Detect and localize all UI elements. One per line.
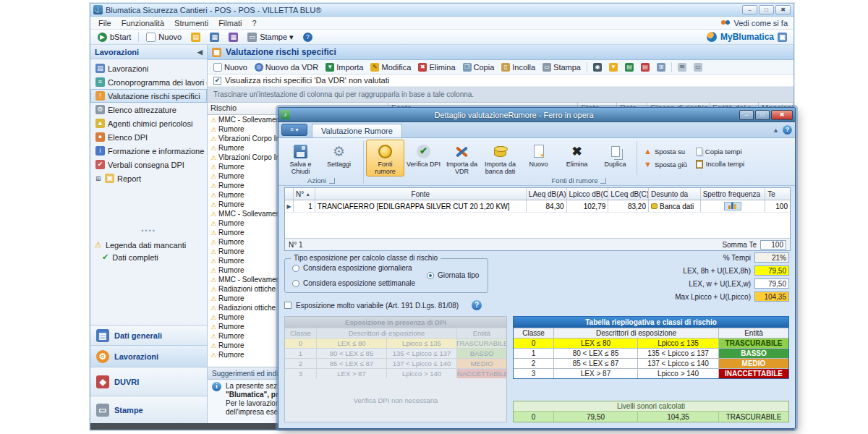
layout-button[interactable]: ⊞ xyxy=(654,62,668,72)
nuovo-button[interactable]: Nuovo xyxy=(142,32,185,43)
fonti-rumore-button[interactable]: Fonti rumore xyxy=(366,140,404,176)
dialog-nuovo-button[interactable]: Nuovo xyxy=(519,140,558,176)
grid-importa-button[interactable]: ▼Importa xyxy=(323,62,366,72)
filter-checkbox-row: ✔ Visualizza rischi specifici 'Da VDR' n… xyxy=(208,75,793,87)
brand-extra-icon[interactable]: ▣ xyxy=(778,33,787,42)
somma-te-value: 100 xyxy=(760,240,786,250)
ribbon-app-button[interactable]: ≡ ▾ xyxy=(281,124,307,136)
group-dialog-launcher-icon[interactable] xyxy=(600,178,606,184)
export-pdf-button[interactable]: ▤ xyxy=(638,62,652,72)
tab-valutazione-rumore[interactable]: Valutazione Rumore xyxy=(312,124,402,137)
nav-lavorazioni[interactable]: ⚙ Lavorazioni xyxy=(90,345,207,367)
importa-banca-dati-button[interactable]: Importa da banca dati xyxy=(481,140,519,176)
duplica-button[interactable]: Duplica xyxy=(596,140,634,176)
print-grid-button[interactable]: ▭ xyxy=(691,62,705,72)
save-button[interactable]: ▦ xyxy=(206,32,223,43)
open-folder-icon: ▤ xyxy=(191,33,200,42)
title-bar[interactable]: ⚓ Blumatica Sicurezza Cantieri - POS - P… xyxy=(90,4,793,17)
grid-copia-button[interactable]: ❐Copia xyxy=(460,62,498,72)
splitter-handle[interactable]: •••• xyxy=(90,227,207,234)
group-dialog-launcher-icon[interactable] xyxy=(329,178,335,184)
sidebar-item-report[interactable]: ⊞ ▣ Report xyxy=(90,171,207,185)
col-fonte[interactable]: Fonte xyxy=(315,188,527,200)
grid-elimina-button[interactable]: ✖Elimina xyxy=(415,62,458,72)
col-te[interactable]: Te xyxy=(765,188,790,200)
menu-funzionalita[interactable]: Funzionalità xyxy=(116,18,169,28)
separator xyxy=(587,62,587,72)
col-desunto[interactable]: Desunto da xyxy=(649,188,701,200)
sidebar-item-lavorazioni[interactable]: ▤ Lavorazioni xyxy=(90,61,207,75)
radio-esposizione-giornaliera[interactable]: Considera esposizione giornaliera xyxy=(292,264,412,272)
nav-dati-generali[interactable]: ▤ Dati generali xyxy=(90,325,207,345)
risk-label: Rumore xyxy=(218,182,244,190)
dialog-title-bar[interactable]: ♪ Dettaglio valutazioneRumore - Ferro in… xyxy=(278,108,795,122)
source-row[interactable]: ▶ 1 TRANCIAFERRO [EDILGRAPPA SILVER CUT … xyxy=(285,200,790,213)
importa-da-vdr-button[interactable]: Importa da VDR xyxy=(443,140,481,176)
col-laeq[interactable]: LAeq dB(A) xyxy=(527,188,567,200)
sidebar-item-agenti-chimici[interactable]: ▲ Agenti chimici pericolosi xyxy=(90,116,207,130)
menu-strumenti[interactable]: Strumenti xyxy=(169,18,213,28)
people-icon xyxy=(720,20,731,27)
dialog-maximize-button[interactable]: □ xyxy=(755,110,770,120)
sposta-su-button[interactable]: ▲ Sposta su xyxy=(641,146,690,156)
grid-icon: ▤ xyxy=(95,64,105,73)
sposta-giu-button[interactable]: ▼ Sposta giù xyxy=(641,159,690,169)
spectrum-cell[interactable] xyxy=(701,200,766,212)
col-lpicco[interactable]: Lpicco dB(C) xyxy=(567,188,609,200)
grid-stampa-button[interactable]: ▭Stampa xyxy=(540,62,584,72)
nav-duvri[interactable]: ◆ DUVRI xyxy=(90,367,207,396)
bstart-button[interactable]: ▶ bStart xyxy=(94,32,135,43)
save-all-button[interactable]: ▦ xyxy=(225,32,242,43)
menu-file[interactable]: File xyxy=(93,18,116,28)
sidebar-item-cronoprogramma[interactable]: ≡ Cronoprogramma dei lavori (Gantt) xyxy=(90,75,207,89)
sidebar-item-formazione[interactable]: i Formazione e informazione xyxy=(90,144,207,158)
col-n[interactable]: N°▲ xyxy=(294,188,315,200)
radio-esposizione-settimanale[interactable]: Considera esposizione settimanale xyxy=(292,279,415,287)
col-spettro[interactable]: Spettro frequenza xyxy=(701,188,766,200)
maximize-button[interactable]: □ xyxy=(759,5,774,14)
collapse-sidebar-icon[interactable]: ◀ xyxy=(197,48,203,56)
incolla-tempi-button[interactable]: Incolla tempi xyxy=(693,159,747,169)
spectrum-chart-icon[interactable] xyxy=(724,202,741,210)
sidebar-item-verbali-dpi[interactable]: ✔ Verbali consegna DPI xyxy=(90,158,207,171)
minimize-button[interactable]: – xyxy=(742,5,757,14)
variable-help-icon[interactable]: ? xyxy=(472,300,482,310)
radio-selected-icon xyxy=(427,272,434,279)
salva-e-chiudi-button[interactable]: Salva e Chiudi xyxy=(281,140,320,176)
radio-giornata-tipo[interactable]: Giornata tipo xyxy=(427,271,479,279)
myblumatica-brand[interactable]: MyBlumatica ▣ xyxy=(707,32,790,42)
expander-icon[interactable]: ⊞ xyxy=(95,175,102,182)
ribbon-collapse-icon[interactable]: ▲ xyxy=(773,127,779,134)
verifica-dpi-button[interactable]: ✔ Verifica DPI xyxy=(404,140,443,176)
dialog-help-icon[interactable]: ? xyxy=(783,125,792,135)
vdr-checkbox[interactable]: ✔ xyxy=(213,77,221,85)
group-by-panel[interactable]: Trascinare un'intestazione di colonna qu… xyxy=(208,87,793,103)
variable-exposure-checkbox[interactable] xyxy=(284,302,292,309)
menu-filmati[interactable]: Filmati xyxy=(213,18,247,28)
email-button[interactable]: ✉ xyxy=(675,62,689,72)
help-button[interactable]: ? xyxy=(299,32,316,43)
vedi-come-si-fa[interactable]: Vedi come si fa xyxy=(720,19,791,27)
stampe-button[interactable]: ▭ Stampe ▾ xyxy=(244,32,297,43)
export-excel-button[interactable]: ▤ xyxy=(622,62,637,72)
close-button[interactable]: ✖ xyxy=(775,5,791,14)
dialog-elimina-button[interactable]: ✖ Elimina xyxy=(558,140,596,176)
grid-modifica-button[interactable]: ✎Modifica xyxy=(367,62,414,72)
dialog-minimize-button[interactable]: – xyxy=(739,110,754,120)
sidebar-item-valutazione-rischi[interactable]: ! Valutazione rischi specifici xyxy=(90,89,207,103)
sidebar-item-elenco-dpi[interactable]: ● Elenco DPI xyxy=(90,130,207,144)
settaggi-button[interactable]: ⚙ Settaggi xyxy=(320,140,358,176)
menu-help[interactable]: ? xyxy=(247,18,262,28)
edit-icon: ✎ xyxy=(370,63,379,72)
copia-tempi-button[interactable]: Copia tempi xyxy=(693,147,747,156)
col-lceq[interactable]: LCeq dB(C) xyxy=(608,188,649,200)
find-button[interactable]: ◉ xyxy=(590,62,605,72)
nav-stampe[interactable]: ▭ Stampe xyxy=(90,396,207,423)
grid-nuovo-button[interactable]: Nuovo xyxy=(210,62,250,72)
filter-button[interactable]: ▼ xyxy=(606,62,621,72)
open-button[interactable]: ▤ xyxy=(187,32,204,43)
grid-nuovo-vdr-button[interactable]: ◎Nuovo da VDR xyxy=(252,62,321,72)
dialog-close-button[interactable]: ✖ xyxy=(771,110,793,120)
grid-incolla-button[interactable]: ▯Incolla xyxy=(498,62,538,72)
sidebar-item-attrezzature[interactable]: ⚙ Elenco attrezzature xyxy=(90,103,207,116)
